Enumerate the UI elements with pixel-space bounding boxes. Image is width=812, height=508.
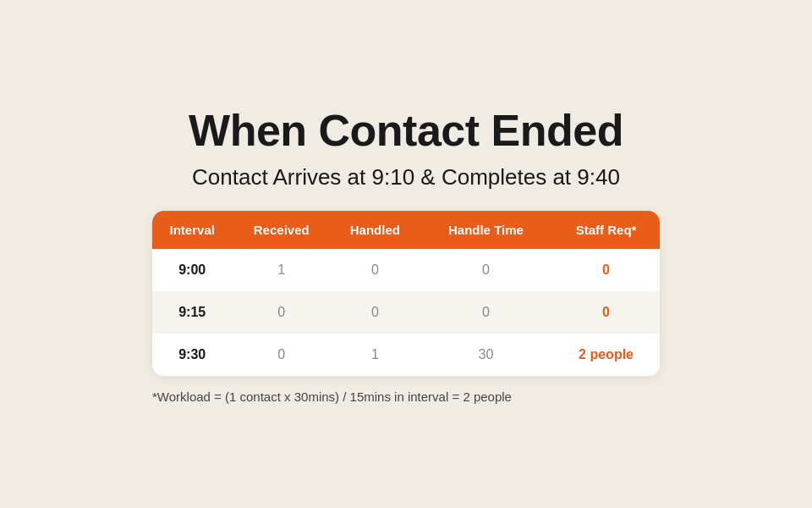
page-title: When Contact Ended (189, 105, 623, 156)
cell-handle-time: 0 (420, 291, 552, 334)
data-table-wrapper: Interval Received Handled Handle Time St… (152, 211, 660, 376)
col-header-received: Received (232, 211, 331, 249)
page-subtitle: Contact Arrives at 9:10 & Completes at 9… (192, 164, 620, 190)
cell-interval: 9:00 (152, 249, 232, 291)
cell-handle-time: 0 (420, 249, 552, 291)
page-container: When Contact Ended Contact Arrives at 9:… (0, 88, 812, 421)
table-row: 9:3001302 people (152, 334, 660, 376)
table-row: 9:001000 (152, 249, 660, 291)
data-table: Interval Received Handled Handle Time St… (152, 211, 660, 376)
col-header-handled: Handled (331, 211, 420, 249)
footnote-text: *Workload = (1 contact x 30mins) / 15min… (152, 389, 660, 404)
cell-handled: 0 (331, 249, 420, 291)
cell-received: 1 (232, 249, 331, 291)
cell-interval: 9:30 (152, 334, 232, 376)
cell-received: 0 (232, 334, 331, 376)
cell-handle-time: 30 (420, 334, 552, 376)
col-header-interval: Interval (152, 211, 232, 249)
cell-staff-req: 0 (552, 249, 660, 291)
cell-received: 0 (232, 291, 331, 334)
cell-handled: 0 (331, 291, 420, 334)
table-header-row: Interval Received Handled Handle Time St… (152, 211, 660, 249)
cell-interval: 9:15 (152, 291, 232, 334)
cell-staff-req: 0 (552, 291, 660, 334)
cell-handled: 1 (331, 334, 420, 376)
col-header-staff-req: Staff Req* (552, 211, 660, 249)
cell-staff-req: 2 people (552, 334, 660, 376)
table-row: 9:150000 (152, 291, 660, 334)
col-header-handle-time: Handle Time (420, 211, 552, 249)
